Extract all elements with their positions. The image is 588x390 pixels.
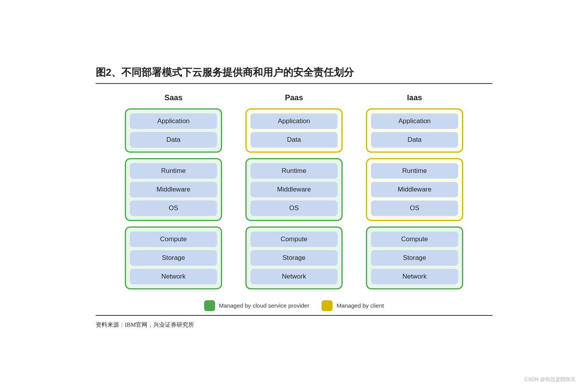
saas-data: Data bbox=[130, 132, 217, 148]
paas-column: Application Data Runtime Middleware OS C… bbox=[245, 108, 343, 289]
paas-middleware: Middleware bbox=[250, 182, 338, 197]
saas-column: Application Data Runtime Middleware OS C… bbox=[125, 108, 222, 289]
iaas-application: Application bbox=[371, 113, 458, 129]
paas-data: Data bbox=[250, 132, 338, 148]
saas-group-1: Application Data bbox=[125, 108, 222, 153]
saas-middleware: Middleware bbox=[130, 182, 217, 197]
iaas-middleware: Middleware bbox=[371, 182, 458, 197]
top-divider bbox=[96, 83, 492, 84]
legend: Managed by cloud service provider Manage… bbox=[96, 300, 492, 311]
legend-yellow-label: Managed by client bbox=[336, 302, 384, 309]
paas-application: Application bbox=[250, 113, 338, 129]
iaas-storage: Storage bbox=[371, 250, 458, 266]
saas-group-2: Runtime Middleware OS bbox=[125, 158, 222, 221]
saas-compute: Compute bbox=[130, 232, 217, 247]
paas-group-1: Application Data bbox=[245, 108, 343, 153]
saas-os: OS bbox=[130, 200, 217, 216]
iaas-group-3: Compute Storage Network bbox=[366, 226, 463, 289]
paas-network: Network bbox=[250, 269, 338, 284]
legend-green-label: Managed by cloud service provider bbox=[219, 302, 310, 309]
watermark: CSDN @你总是阴雨天 bbox=[524, 376, 576, 383]
legend-green-box bbox=[204, 300, 215, 311]
paas-storage: Storage bbox=[250, 250, 338, 266]
saas-runtime: Runtime bbox=[130, 163, 217, 179]
columns-body: Application Data Runtime Middleware OS C… bbox=[96, 108, 492, 289]
saas-group-3: Compute Storage Network bbox=[125, 226, 222, 289]
paas-group-2: Runtime Middleware OS bbox=[245, 158, 343, 221]
iaas-compute: Compute bbox=[371, 232, 458, 247]
col-header-iaas: Iaas bbox=[366, 93, 463, 102]
legend-yellow: Managed by client bbox=[322, 300, 384, 311]
iaas-network: Network bbox=[371, 269, 458, 284]
saas-application: Application bbox=[130, 113, 217, 129]
paas-runtime: Runtime bbox=[250, 163, 338, 179]
paas-group-3: Compute Storage Network bbox=[245, 226, 343, 289]
col-header-paas: Paas bbox=[245, 93, 343, 102]
iaas-column: Application Data Runtime Middleware OS C… bbox=[366, 108, 463, 289]
iaas-runtime: Runtime bbox=[371, 163, 458, 179]
main-title: 图2、不同部署模式下云服务提供商和用户的安全责任划分 bbox=[96, 66, 492, 79]
columns-header: Saas Paas Iaas bbox=[96, 93, 492, 102]
col-header-saas: Saas bbox=[125, 93, 222, 102]
source-text: 资料来源：IBM官网，兴业证券研究所 bbox=[96, 321, 492, 329]
iaas-os: OS bbox=[371, 200, 458, 216]
iaas-group-2: Runtime Middleware OS bbox=[366, 158, 463, 221]
paas-os: OS bbox=[250, 200, 338, 216]
paas-compute: Compute bbox=[250, 232, 338, 247]
iaas-group-1: Application Data bbox=[366, 108, 463, 153]
legend-yellow-box bbox=[322, 300, 332, 311]
legend-green: Managed by cloud service provider bbox=[204, 300, 310, 311]
bottom-divider bbox=[96, 315, 492, 316]
saas-network: Network bbox=[130, 269, 217, 284]
saas-storage: Storage bbox=[130, 250, 217, 266]
iaas-data: Data bbox=[371, 132, 458, 148]
page-container: 图2、不同部署模式下云服务提供商和用户的安全责任划分 Saas Paas Iaa… bbox=[80, 50, 508, 340]
